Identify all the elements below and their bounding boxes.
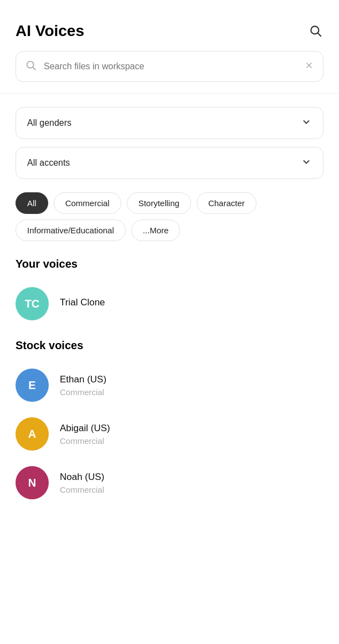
gender-dropdown-label: All genders	[27, 118, 71, 128]
voice-name-abigail: Abigail (US)	[60, 423, 110, 434]
accent-chevron-icon	[301, 156, 312, 170]
voice-name-noah: Noah (US)	[60, 472, 104, 483]
voice-info-ethan: Ethan (US)Commercial	[60, 374, 106, 397]
page-container: AI Voices All genders	[0, 0, 339, 644]
voice-type-ethan: Commercial	[60, 387, 106, 397]
voice-type-abigail: Commercial	[60, 436, 110, 446]
your-voices-list: TCTrial Clone	[0, 279, 339, 328]
page-title: AI Voices	[16, 22, 84, 40]
svg-point-0	[311, 26, 319, 34]
voice-avatar-abigail: A	[16, 417, 49, 451]
gender-dropdown[interactable]: All genders	[16, 107, 323, 139]
voice-item-noah[interactable]: NNoah (US)Commercial	[0, 458, 339, 507]
search-icon	[25, 59, 37, 74]
search-input[interactable]	[44, 62, 304, 71]
svg-line-1	[318, 33, 321, 37]
header-search-icon[interactable]	[308, 23, 323, 39]
voice-item-ethan[interactable]: EEthan (US)Commercial	[0, 361, 339, 410]
search-bar	[16, 51, 323, 82]
stock-voices-list: EEthan (US)CommercialAAbigail (US)Commer…	[0, 361, 339, 507]
tag-storytelling[interactable]: Storytelling	[127, 192, 191, 214]
voice-info-abigail: Abigail (US)Commercial	[60, 423, 110, 446]
tags-container: AllCommercialStorytellingCharacterInform…	[0, 187, 339, 252]
filters-container: All genders All accents	[0, 107, 339, 179]
tag-more[interactable]: ...More	[131, 219, 181, 241]
svg-line-3	[33, 67, 35, 70]
voice-info-trial-clone: Trial Clone	[60, 297, 105, 310]
tag-character[interactable]: Character	[197, 192, 256, 214]
voice-name-trial-clone: Trial Clone	[60, 297, 105, 308]
voice-name-ethan: Ethan (US)	[60, 374, 106, 385]
tag-commercial[interactable]: Commercial	[54, 192, 121, 214]
voice-avatar-ethan: E	[16, 369, 49, 402]
accent-dropdown-label: All accents	[27, 158, 70, 168]
voice-avatar-trial-clone: TC	[16, 287, 49, 320]
tag-all[interactable]: All	[16, 192, 48, 214]
accent-dropdown[interactable]: All accents	[16, 147, 323, 179]
header: AI Voices	[0, 0, 339, 51]
voice-info-noah: Noah (US)Commercial	[60, 472, 104, 494]
voice-item-trial-clone[interactable]: TCTrial Clone	[0, 279, 339, 328]
divider	[0, 93, 339, 94]
clear-search-icon[interactable]	[304, 60, 314, 73]
gender-chevron-icon	[301, 116, 312, 130]
your-voices-title: Your voices	[0, 252, 339, 279]
voice-avatar-noah: N	[16, 466, 49, 499]
svg-point-2	[27, 62, 34, 68]
stock-voices-title: Stock voices	[0, 334, 339, 361]
voice-item-abigail[interactable]: AAbigail (US)Commercial	[0, 410, 339, 458]
voice-type-noah: Commercial	[60, 485, 104, 494]
tag-informative[interactable]: Informative/Educational	[16, 219, 126, 241]
